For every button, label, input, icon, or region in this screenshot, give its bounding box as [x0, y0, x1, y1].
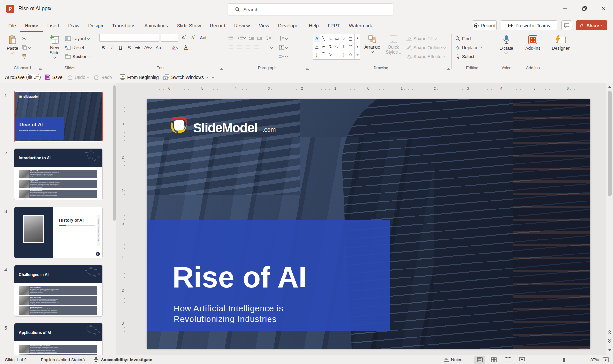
- font-color-button[interactable]: A: [181, 43, 193, 51]
- paragraph-dialog-launcher[interactable]: [306, 66, 309, 70]
- tab-fppt[interactable]: FPPT: [323, 19, 344, 32]
- cut-button[interactable]: ✂: [21, 34, 32, 43]
- language-indicator[interactable]: English (United States): [41, 357, 85, 362]
- comments-button[interactable]: [561, 20, 572, 30]
- shape-option-12[interactable]: ∫: [314, 50, 320, 58]
- zoom-level[interactable]: 87%: [586, 357, 599, 362]
- zoom-out-button[interactable]: [536, 358, 540, 362]
- format-painter-button[interactable]: [21, 52, 32, 61]
- tab-slide-show[interactable]: Slide Show: [172, 19, 205, 32]
- shape-option-14[interactable]: ∿: [327, 50, 334, 58]
- justify-button[interactable]: [253, 43, 261, 51]
- text-shadow-button[interactable]: S: [125, 43, 133, 51]
- line-spacing-button[interactable]: [264, 34, 275, 42]
- shape-option-10[interactable]: ⇩: [340, 42, 347, 50]
- fit-slide-button[interactable]: [603, 357, 609, 362]
- shape-option-15[interactable]: {: [334, 50, 340, 58]
- shape-option-5[interactable]: ▢: [347, 34, 354, 42]
- highlight-color-button[interactable]: [169, 43, 180, 51]
- from-beginning-button[interactable]: From Beginning: [120, 74, 159, 80]
- save-button[interactable]: Save: [45, 74, 63, 80]
- shape-option-0[interactable]: A: [314, 34, 320, 42]
- change-case-button[interactable]: Aa: [154, 43, 165, 51]
- shape-option-4[interactable]: ○: [340, 34, 347, 42]
- tab-insert[interactable]: Insert: [43, 19, 64, 32]
- qat-overflow-button[interactable]: [212, 77, 214, 78]
- tab-design[interactable]: Design: [84, 19, 108, 32]
- designer-button[interactable]: Designer: [549, 34, 572, 63]
- main-scrollbar-thumb[interactable]: [608, 91, 612, 196]
- thumbnail-panel-scrollbar[interactable]: [112, 83, 116, 355]
- shape-option-6[interactable]: △: [314, 42, 320, 50]
- shapes-more-button[interactable]: ⏷: [355, 51, 360, 59]
- tab-watermark[interactable]: Watermark: [344, 19, 377, 32]
- align-center-button[interactable]: [235, 43, 243, 51]
- switch-windows-button[interactable]: Switch Windows: [163, 74, 208, 80]
- replace-button[interactable]: bc Replace: [454, 43, 483, 52]
- clipboard-dialog-launcher[interactable]: [39, 66, 42, 70]
- columns-button[interactable]: [264, 43, 274, 51]
- character-spacing-button[interactable]: AV: [142, 43, 153, 51]
- slide-counter[interactable]: Slide 1 of 9: [5, 357, 27, 362]
- decrease-indent-button[interactable]: [247, 34, 255, 42]
- tab-help[interactable]: Help: [304, 19, 323, 32]
- thumbnail-slide-1[interactable]: SlideModel Rise of AI How Artificial Int…: [14, 91, 103, 142]
- new-slide-button[interactable]: NewSlide: [45, 34, 64, 63]
- shape-fill-button[interactable]: Shape Fill: [405, 34, 447, 43]
- tab-view[interactable]: View: [254, 19, 274, 32]
- bold-button[interactable]: B: [99, 43, 107, 51]
- title-block[interactable]: Rise of AI How Artificial Intelligence i…: [147, 220, 390, 331]
- text-direction-button[interactable]: A: [278, 34, 289, 43]
- zoom-in-button[interactable]: [577, 358, 581, 362]
- layout-button[interactable]: Layout: [64, 34, 92, 43]
- font-name-combo[interactable]: [99, 34, 159, 42]
- shape-option-3[interactable]: ▭: [334, 34, 340, 42]
- shapes-scroll-down[interactable]: ▼: [355, 42, 360, 51]
- scroll-up-button[interactable]: [606, 83, 613, 90]
- font-dialog-launcher[interactable]: [220, 66, 223, 70]
- accessibility-checker[interactable]: Accessibility: Investigate: [93, 357, 152, 363]
- redo-button[interactable]: Redo: [94, 75, 112, 80]
- zoom-slider[interactable]: [543, 360, 574, 360]
- slide-editing-surface[interactable]: SlideModel.com Rise of AI How Artificial…: [147, 99, 590, 349]
- scroll-down-button[interactable]: [606, 347, 613, 354]
- close-button[interactable]: [594, 0, 613, 17]
- undo-button[interactable]: Undo: [67, 75, 89, 80]
- search-input[interactable]: Search: [228, 3, 393, 15]
- addins-button[interactable]: Add-ins: [523, 34, 543, 63]
- shape-option-8[interactable]: ↴: [327, 42, 334, 50]
- align-right-button[interactable]: [244, 43, 252, 51]
- tab-review[interactable]: Review: [230, 19, 254, 32]
- tab-draw[interactable]: Draw: [64, 19, 84, 32]
- reading-view-button[interactable]: [503, 356, 513, 364]
- select-button[interactable]: Select: [454, 52, 483, 61]
- share-button[interactable]: Share: [576, 20, 607, 30]
- arrange-button[interactable]: Arrange: [363, 34, 382, 63]
- thumbnail-slide-5[interactable]: Applications of AI Natural Language Proc…: [14, 323, 103, 355]
- numbering-button[interactable]: 123: [237, 34, 246, 42]
- thumbnail-slide-3[interactable]: History of AI Business Generative Slide …: [14, 207, 103, 258]
- present-in-teams-button[interactable]: T Present in Teams: [501, 20, 557, 30]
- tab-developer[interactable]: Developer: [274, 19, 304, 32]
- font-size-combo[interactable]: [161, 34, 178, 42]
- align-text-button[interactable]: [278, 43, 289, 52]
- shape-option-7[interactable]: ⌐: [320, 42, 327, 50]
- section-button[interactable]: Section: [64, 52, 92, 61]
- slideshow-view-button[interactable]: [517, 356, 527, 364]
- strikethrough-button[interactable]: ab: [134, 43, 142, 51]
- dictate-button[interactable]: Dictate: [496, 34, 517, 63]
- tab-animations[interactable]: Animations: [140, 19, 172, 32]
- shape-outline-button[interactable]: Shape Outline: [405, 43, 447, 52]
- zoom-slider-knob[interactable]: [563, 358, 565, 362]
- autosave-control[interactable]: AutoSave Off: [5, 74, 41, 80]
- thumbnail-slide-4[interactable]: Challenges in AI Data AvailabilityAI req…: [14, 265, 103, 317]
- shape-option-16[interactable]: }: [340, 50, 347, 58]
- underline-button[interactable]: U: [117, 43, 125, 51]
- align-left-button[interactable]: [227, 43, 235, 51]
- normal-view-button[interactable]: [474, 356, 485, 364]
- shrink-font-button[interactable]: Aˇ: [189, 34, 197, 42]
- thumbnail-slide-2[interactable]: Introduction to AI What is AI?Artificial…: [14, 148, 103, 200]
- convert-smartart-button[interactable]: [278, 52, 289, 61]
- autosave-toggle[interactable]: Off: [26, 74, 41, 80]
- shape-option-1[interactable]: ╲: [320, 34, 327, 42]
